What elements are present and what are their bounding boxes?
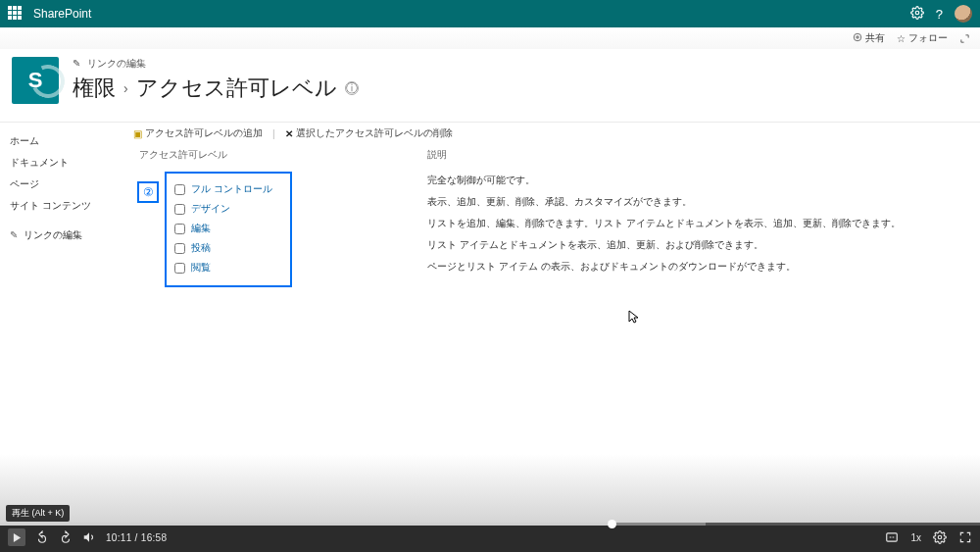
app-launcher-icon[interactable] bbox=[8, 6, 24, 22]
share-icon bbox=[853, 32, 862, 44]
nav-documents[interactable]: ドキュメント bbox=[10, 152, 94, 174]
content-area: ▣ アクセス許可レベルの追加 | ✕ 選択したアクセス許可レベルの削除 アクセス… bbox=[94, 123, 980, 287]
video-scrubber[interactable] bbox=[0, 523, 980, 526]
info-icon[interactable]: ⓘ bbox=[345, 81, 359, 95]
fullscreen-icon[interactable] bbox=[958, 530, 972, 544]
play-button[interactable] bbox=[8, 528, 25, 546]
level-link-contribute[interactable]: 投稿 bbox=[191, 241, 211, 255]
breadcrumb-levels: アクセス許可レベル bbox=[136, 74, 337, 103]
level-checkbox[interactable] bbox=[174, 204, 185, 215]
mouse-cursor-icon bbox=[628, 310, 640, 326]
level-desc: 表示、追加、更新、削除、承認、カスタマイズができます。 bbox=[427, 191, 901, 213]
nav-pages[interactable]: ページ bbox=[10, 174, 94, 195]
play-tooltip: 再生 (Alt + K) bbox=[6, 505, 70, 522]
pencil-icon: ✎ bbox=[73, 58, 80, 69]
level-link-edit[interactable]: 編集 bbox=[191, 222, 211, 235]
share-button[interactable]: 共有 bbox=[853, 31, 885, 45]
svg-point-0 bbox=[915, 11, 919, 15]
level-desc: ページとリスト アイテム の表示、およびドキュメントのダウンロードができます。 bbox=[427, 256, 901, 277]
pencil-icon: ✎ bbox=[10, 229, 18, 240]
level-link-read[interactable]: 閲覧 bbox=[191, 261, 211, 275]
nav-home[interactable]: ホーム bbox=[10, 130, 94, 152]
share-label: 共有 bbox=[865, 31, 885, 45]
video-time: 10:11 / 16:58 bbox=[106, 532, 167, 543]
delete-permission-level-label: 選択したアクセス許可レベルの削除 bbox=[296, 126, 453, 140]
suite-bar: SharePoint ? bbox=[0, 0, 980, 27]
level-checkbox[interactable] bbox=[174, 224, 185, 234]
help-icon[interactable]: ? bbox=[936, 7, 943, 22]
page-title: 権限 › アクセス許可レベル ⓘ bbox=[73, 74, 359, 103]
gear-icon[interactable] bbox=[910, 6, 924, 23]
main-area: ホーム ドキュメント ページ サイト コンテンツ ✎ リンクの編集 ▣ アクセス… bbox=[0, 123, 980, 287]
page-command-row: 共有 ☆ フォロー bbox=[0, 27, 980, 49]
add-permission-level-button[interactable]: ▣ アクセス許可レベルの追加 bbox=[133, 126, 263, 140]
brand-label: SharePoint bbox=[33, 7, 91, 21]
annotation: ② フル コントロール デザイン 編集 bbox=[133, 170, 427, 287]
follow-label: フォロー bbox=[908, 31, 948, 45]
level-link-full-control[interactable]: フル コントロール bbox=[191, 182, 272, 196]
site-logo[interactable]: S bbox=[12, 57, 59, 104]
skip-forward-icon[interactable] bbox=[59, 530, 73, 544]
level-row: デザイン bbox=[174, 199, 272, 219]
level-row: 閲覧 bbox=[174, 258, 272, 277]
star-icon: ☆ bbox=[897, 33, 906, 44]
delete-permission-level-button[interactable]: ✕ 選択したアクセス許可レベルの削除 bbox=[285, 126, 453, 140]
skip-back-icon[interactable] bbox=[35, 530, 49, 544]
captions-icon[interactable] bbox=[885, 530, 899, 544]
desc-column-header: 説明 bbox=[427, 146, 901, 170]
level-row: 投稿 bbox=[174, 238, 272, 258]
edit-links-top[interactable]: ✎ リンクの編集 bbox=[73, 57, 359, 71]
level-row: フル コントロール bbox=[174, 179, 272, 199]
nav-edit-links[interactable]: ✎ リンクの編集 bbox=[10, 225, 94, 246]
svg-rect-2 bbox=[887, 533, 898, 541]
level-checkbox[interactable] bbox=[174, 263, 185, 274]
annotation-box: フル コントロール デザイン 編集 投稿 bbox=[165, 172, 292, 287]
description-column: 説明 完全な制御が可能です。 表示、追加、更新、削除、承認、カスタマイズができま… bbox=[427, 146, 901, 287]
level-column-header: アクセス許可レベル bbox=[133, 146, 427, 170]
level-desc: リストを追加、編集、削除できます。リスト アイテムとドキュメントを表示、追加、更… bbox=[427, 213, 901, 234]
delete-icon: ✕ bbox=[285, 128, 293, 139]
side-nav: ホーム ドキュメント ページ サイト コンテンツ ✎ リンクの編集 bbox=[0, 123, 94, 287]
edit-links-top-label: リンクの編集 bbox=[87, 58, 146, 69]
page-header: S ✎ リンクの編集 権限 › アクセス許可レベル ⓘ bbox=[0, 49, 980, 123]
level-link-design[interactable]: デザイン bbox=[191, 202, 230, 216]
follow-button[interactable]: ☆ フォロー bbox=[897, 31, 948, 45]
ribbon-separator: | bbox=[272, 128, 275, 139]
bottom-gradient bbox=[0, 454, 980, 523]
ribbon: ▣ アクセス許可レベルの追加 | ✕ 選択したアクセス許可レベルの削除 bbox=[133, 126, 980, 140]
time-total: 16:58 bbox=[141, 532, 168, 543]
expand-icon[interactable] bbox=[959, 33, 970, 44]
settings-icon[interactable] bbox=[933, 530, 947, 544]
video-player-bar: 再生 (Alt + K) 10:11 / 16:58 1x bbox=[0, 523, 980, 552]
nav-site-contents[interactable]: サイト コンテンツ bbox=[10, 195, 94, 217]
time-current: 10:11 bbox=[106, 532, 132, 543]
level-checkbox[interactable] bbox=[174, 184, 185, 195]
add-icon: ▣ bbox=[133, 128, 142, 139]
level-desc: 完全な制御が可能です。 bbox=[427, 170, 901, 191]
add-permission-level-label: アクセス許可レベルの追加 bbox=[145, 126, 263, 140]
playback-speed-button[interactable]: 1x bbox=[910, 532, 921, 543]
svg-point-3 bbox=[938, 535, 942, 539]
breadcrumb-permissions[interactable]: 権限 bbox=[73, 74, 116, 103]
annotation-number: ② bbox=[137, 181, 159, 203]
level-desc: リスト アイテムとドキュメントを表示、追加、更新、および削除できます。 bbox=[427, 234, 901, 256]
avatar[interactable] bbox=[955, 5, 972, 23]
breadcrumb-separator-icon: › bbox=[123, 80, 128, 96]
scrubber-thumb[interactable] bbox=[608, 520, 616, 528]
volume-icon[interactable] bbox=[82, 530, 96, 544]
permission-level-column: アクセス許可レベル ② フル コントロール デザイン bbox=[133, 146, 427, 287]
nav-edit-links-label: リンクの編集 bbox=[24, 229, 82, 240]
level-checkbox[interactable] bbox=[174, 243, 185, 254]
level-row: 編集 bbox=[174, 219, 272, 238]
